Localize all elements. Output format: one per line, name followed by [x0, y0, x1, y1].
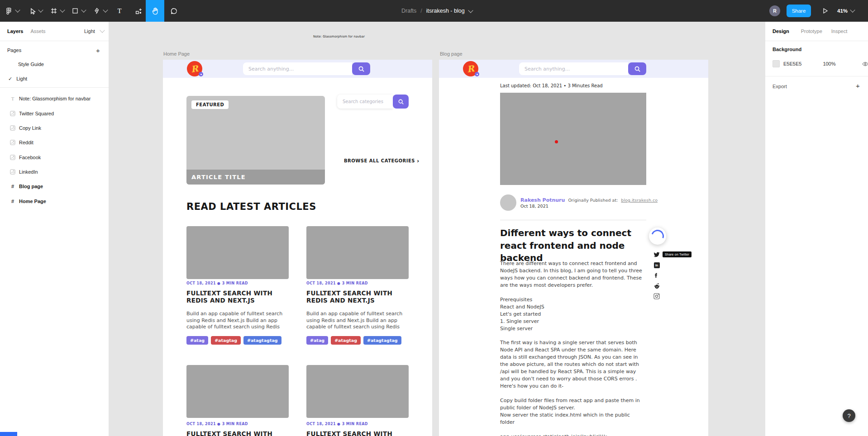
- add-page-button[interactable]: +: [96, 47, 100, 54]
- main-menu-button[interactable]: [3, 0, 14, 22]
- frame-tool-chevron[interactable]: [60, 0, 65, 22]
- window-corner-accent: [0, 432, 17, 436]
- article-title[interactable]: FULLTEXT SEARCH WITH REDIS AND NEXT.JS: [306, 289, 399, 304]
- tag-badge[interactable]: #atag: [186, 336, 208, 345]
- divider: [500, 220, 646, 220]
- blog-search-button[interactable]: [628, 62, 646, 75]
- pen-tool-button[interactable]: [91, 0, 103, 22]
- page-item-style-guide[interactable]: Style Guide: [0, 57, 109, 71]
- page-item-light[interactable]: ✓ Light: [0, 72, 109, 85]
- layer-row-home-page[interactable]: # Home Page: [0, 194, 109, 208]
- left-panel-tabs: Layers Assets Light: [0, 22, 109, 41]
- tab-design[interactable]: Design: [773, 28, 789, 34]
- tag-badge[interactable]: #atagtag: [211, 336, 241, 345]
- frame-tool-button[interactable]: [48, 0, 60, 22]
- frame-label-blog[interactable]: Blog page: [440, 51, 463, 57]
- chevron-down-icon: [38, 7, 43, 12]
- browse-all-categories-link[interactable]: BROWSE ALL CATEGORIES ›: [344, 157, 420, 164]
- layer-row-twitter-squared[interactable]: Twitter Squared: [0, 107, 109, 120]
- section-heading: READ LATEST ARTICLES: [186, 201, 316, 212]
- tag-badge[interactable]: #atag: [306, 336, 328, 345]
- linkedin-share-icon[interactable]: in: [653, 261, 660, 269]
- tab-inspect[interactable]: Inspect: [831, 28, 847, 34]
- tag-badge[interactable]: #atagtag: [331, 336, 361, 345]
- categories-search-button[interactable]: [393, 95, 409, 109]
- share-button[interactable]: Share: [787, 5, 811, 17]
- tab-prototype[interactable]: Prototype: [801, 28, 822, 34]
- categories-search-input[interactable]: [337, 95, 393, 109]
- home-search-input[interactable]: [243, 62, 352, 75]
- pages-header-row: Pages +: [0, 43, 109, 57]
- layer-row-blog-page[interactable]: # Blog page: [0, 180, 109, 193]
- article-image[interactable]: [306, 226, 409, 279]
- shape-tool-button[interactable]: [69, 0, 81, 22]
- comment-bubble-icon: [170, 7, 178, 15]
- browse-all-label: BROWSE ALL CATEGORIES: [344, 158, 415, 163]
- pen-tool-chevron[interactable]: [103, 0, 108, 22]
- move-tool-button[interactable]: [26, 0, 38, 22]
- logo-badge-icon: [475, 72, 479, 76]
- twitter-share-icon[interactable]: [653, 251, 660, 258]
- article-title[interactable]: FULLTEXT SEARCH WITH REDIS AND NEXT.JS: [306, 430, 399, 436]
- chevron-down-icon: [15, 7, 20, 12]
- tab-assets[interactable]: Assets: [30, 28, 45, 34]
- blog-hero-image[interactable]: [500, 93, 646, 185]
- layer-row-reddit[interactable]: Reddit: [0, 136, 109, 149]
- site-logo[interactable]: R: [187, 61, 202, 76]
- color-opacity-value[interactable]: 100%: [823, 61, 835, 66]
- chevron-down-icon[interactable]: [100, 28, 105, 33]
- user-avatar[interactable]: R: [769, 5, 780, 16]
- shape-tool-chevron[interactable]: [81, 0, 86, 22]
- file-menu-chevron-icon[interactable]: [468, 8, 473, 13]
- article-image[interactable]: [186, 365, 289, 418]
- image-layer-icon: [8, 125, 17, 131]
- article-title[interactable]: FULLTEXT SEARCH WITH REDIS AND NEXT.JS: [186, 289, 279, 304]
- page-selector[interactable]: Light: [84, 28, 95, 34]
- tag-badge[interactable]: #atagtagtag: [243, 336, 281, 345]
- blog-search-input[interactable]: [519, 62, 628, 75]
- add-export-button[interactable]: +: [856, 82, 860, 89]
- published-link[interactable]: blog.itsrakesh.co: [621, 198, 658, 203]
- color-hex-value[interactable]: E5E5E5: [783, 61, 801, 66]
- help-button[interactable]: ?: [843, 409, 855, 422]
- author-avatar[interactable]: [500, 194, 516, 211]
- present-button[interactable]: [819, 0, 831, 22]
- layer-label: LinkedIn: [19, 169, 38, 175]
- comment-tool-button[interactable]: [167, 0, 180, 22]
- copy-link-icon[interactable]: [653, 293, 660, 300]
- article-image[interactable]: [306, 365, 409, 418]
- chevron-right-icon: ›: [417, 157, 420, 164]
- image-layer-icon: [8, 169, 17, 175]
- text-tool-button[interactable]: T: [114, 0, 125, 22]
- article-tags: #atag #atagtag #atagtagtag: [306, 336, 401, 345]
- divider: [765, 76, 868, 76]
- article-image[interactable]: [186, 226, 289, 279]
- hand-tool-button[interactable]: [146, 0, 164, 22]
- frame-label-home[interactable]: Home Page: [163, 51, 190, 57]
- zoom-control[interactable]: 41%: [837, 0, 854, 22]
- resources-tool-button[interactable]: [133, 0, 144, 22]
- color-swatch[interactable]: [773, 60, 780, 67]
- article-title[interactable]: FULLTEXT SEARCH WITH REDIS AND NEXT.JS: [186, 430, 279, 436]
- breadcrumb-current[interactable]: itsrakesh - blog: [426, 8, 465, 14]
- author-name[interactable]: Rakesh Potnuru: [520, 197, 565, 203]
- layer-row-copy-link[interactable]: Copy Link: [0, 121, 109, 135]
- tab-layers[interactable]: Layers: [7, 28, 23, 34]
- figma-logo-icon: [5, 7, 13, 15]
- reddit-share-icon[interactable]: [653, 282, 660, 289]
- tag-badge[interactable]: #atagtagtag: [363, 336, 401, 345]
- main-menu-chevron[interactable]: [15, 0, 20, 22]
- article-meta: OCT 18, 2021 ● 3 MIN READ: [306, 422, 368, 426]
- facebook-share-icon[interactable]: [653, 272, 660, 279]
- layer-row-linkedin[interactable]: LinkedIn: [0, 165, 109, 179]
- home-search-button[interactable]: [352, 62, 370, 75]
- chevron-down-icon: [103, 7, 108, 12]
- layer-row-text-note[interactable]: T Note: Glassmorphism for navbar: [0, 92, 109, 105]
- frame-layer-icon: #: [8, 184, 17, 189]
- layer-row-facebook[interactable]: Facebook: [0, 151, 109, 164]
- visibility-toggle[interactable]: [862, 61, 868, 67]
- move-tool-chevron[interactable]: [38, 0, 43, 22]
- pages-header: Pages: [7, 47, 21, 53]
- breadcrumb-root[interactable]: Drafts: [401, 8, 416, 14]
- site-logo[interactable]: R: [463, 61, 478, 76]
